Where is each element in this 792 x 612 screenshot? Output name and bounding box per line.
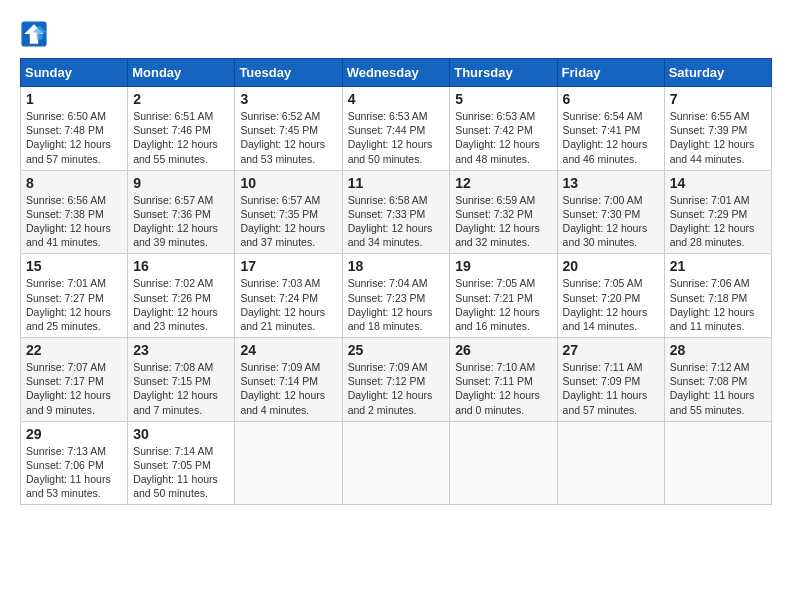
calendar-cell: 9Sunrise: 6:57 AM Sunset: 7:36 PM Daylig…: [128, 170, 235, 254]
day-info: Sunrise: 6:56 AM Sunset: 7:38 PM Dayligh…: [26, 193, 122, 250]
day-number: 8: [26, 175, 122, 191]
day-number: 26: [455, 342, 551, 358]
calendar-cell: [664, 421, 771, 505]
day-number: 21: [670, 258, 766, 274]
calendar-week-4: 22Sunrise: 7:07 AM Sunset: 7:17 PM Dayli…: [21, 338, 772, 422]
day-info: Sunrise: 6:57 AM Sunset: 7:36 PM Dayligh…: [133, 193, 229, 250]
day-number: 17: [240, 258, 336, 274]
calendar-week-2: 8Sunrise: 6:56 AM Sunset: 7:38 PM Daylig…: [21, 170, 772, 254]
day-info: Sunrise: 7:06 AM Sunset: 7:18 PM Dayligh…: [670, 276, 766, 333]
calendar-header-sunday: Sunday: [21, 59, 128, 87]
day-number: 10: [240, 175, 336, 191]
calendar-header-monday: Monday: [128, 59, 235, 87]
calendar-cell: 23Sunrise: 7:08 AM Sunset: 7:15 PM Dayli…: [128, 338, 235, 422]
day-info: Sunrise: 7:02 AM Sunset: 7:26 PM Dayligh…: [133, 276, 229, 333]
calendar-cell: 30Sunrise: 7:14 AM Sunset: 7:05 PM Dayli…: [128, 421, 235, 505]
day-info: Sunrise: 7:01 AM Sunset: 7:29 PM Dayligh…: [670, 193, 766, 250]
calendar-cell: 20Sunrise: 7:05 AM Sunset: 7:20 PM Dayli…: [557, 254, 664, 338]
day-number: 13: [563, 175, 659, 191]
day-number: 30: [133, 426, 229, 442]
day-info: Sunrise: 6:53 AM Sunset: 7:42 PM Dayligh…: [455, 109, 551, 166]
day-number: 9: [133, 175, 229, 191]
day-info: Sunrise: 7:07 AM Sunset: 7:17 PM Dayligh…: [26, 360, 122, 417]
day-number: 15: [26, 258, 122, 274]
day-info: Sunrise: 6:51 AM Sunset: 7:46 PM Dayligh…: [133, 109, 229, 166]
day-number: 28: [670, 342, 766, 358]
calendar-cell: 5Sunrise: 6:53 AM Sunset: 7:42 PM Daylig…: [450, 87, 557, 171]
day-info: Sunrise: 7:14 AM Sunset: 7:05 PM Dayligh…: [133, 444, 229, 501]
calendar-cell: 11Sunrise: 6:58 AM Sunset: 7:33 PM Dayli…: [342, 170, 450, 254]
calendar-cell: 3Sunrise: 6:52 AM Sunset: 7:45 PM Daylig…: [235, 87, 342, 171]
day-number: 25: [348, 342, 445, 358]
calendar-cell: 10Sunrise: 6:57 AM Sunset: 7:35 PM Dayli…: [235, 170, 342, 254]
day-number: 6: [563, 91, 659, 107]
day-info: Sunrise: 6:59 AM Sunset: 7:32 PM Dayligh…: [455, 193, 551, 250]
day-number: 29: [26, 426, 122, 442]
day-info: Sunrise: 7:05 AM Sunset: 7:21 PM Dayligh…: [455, 276, 551, 333]
day-info: Sunrise: 6:52 AM Sunset: 7:45 PM Dayligh…: [240, 109, 336, 166]
day-info: Sunrise: 7:00 AM Sunset: 7:30 PM Dayligh…: [563, 193, 659, 250]
calendar-table: SundayMondayTuesdayWednesdayThursdayFrid…: [20, 58, 772, 505]
calendar-cell: [342, 421, 450, 505]
day-info: Sunrise: 7:08 AM Sunset: 7:15 PM Dayligh…: [133, 360, 229, 417]
calendar-cell: 13Sunrise: 7:00 AM Sunset: 7:30 PM Dayli…: [557, 170, 664, 254]
day-info: Sunrise: 7:05 AM Sunset: 7:20 PM Dayligh…: [563, 276, 659, 333]
calendar-header-thursday: Thursday: [450, 59, 557, 87]
day-number: 1: [26, 91, 122, 107]
calendar-header-tuesday: Tuesday: [235, 59, 342, 87]
calendar-cell: 12Sunrise: 6:59 AM Sunset: 7:32 PM Dayli…: [450, 170, 557, 254]
calendar-cell: 4Sunrise: 6:53 AM Sunset: 7:44 PM Daylig…: [342, 87, 450, 171]
day-number: 4: [348, 91, 445, 107]
day-number: 2: [133, 91, 229, 107]
calendar-cell: 18Sunrise: 7:04 AM Sunset: 7:23 PM Dayli…: [342, 254, 450, 338]
day-info: Sunrise: 7:04 AM Sunset: 7:23 PM Dayligh…: [348, 276, 445, 333]
day-info: Sunrise: 7:03 AM Sunset: 7:24 PM Dayligh…: [240, 276, 336, 333]
calendar-header-wednesday: Wednesday: [342, 59, 450, 87]
calendar-week-5: 29Sunrise: 7:13 AM Sunset: 7:06 PM Dayli…: [21, 421, 772, 505]
day-info: Sunrise: 6:53 AM Sunset: 7:44 PM Dayligh…: [348, 109, 445, 166]
calendar-week-3: 15Sunrise: 7:01 AM Sunset: 7:27 PM Dayli…: [21, 254, 772, 338]
day-info: Sunrise: 7:01 AM Sunset: 7:27 PM Dayligh…: [26, 276, 122, 333]
day-number: 18: [348, 258, 445, 274]
day-number: 19: [455, 258, 551, 274]
calendar-cell: 2Sunrise: 6:51 AM Sunset: 7:46 PM Daylig…: [128, 87, 235, 171]
calendar-cell: 14Sunrise: 7:01 AM Sunset: 7:29 PM Dayli…: [664, 170, 771, 254]
calendar-cell: 24Sunrise: 7:09 AM Sunset: 7:14 PM Dayli…: [235, 338, 342, 422]
day-info: Sunrise: 6:57 AM Sunset: 7:35 PM Dayligh…: [240, 193, 336, 250]
calendar-cell: 22Sunrise: 7:07 AM Sunset: 7:17 PM Dayli…: [21, 338, 128, 422]
calendar-header-saturday: Saturday: [664, 59, 771, 87]
day-info: Sunrise: 6:55 AM Sunset: 7:39 PM Dayligh…: [670, 109, 766, 166]
calendar-cell: 17Sunrise: 7:03 AM Sunset: 7:24 PM Dayli…: [235, 254, 342, 338]
day-info: Sunrise: 7:13 AM Sunset: 7:06 PM Dayligh…: [26, 444, 122, 501]
day-number: 7: [670, 91, 766, 107]
day-info: Sunrise: 7:09 AM Sunset: 7:14 PM Dayligh…: [240, 360, 336, 417]
calendar-cell: 25Sunrise: 7:09 AM Sunset: 7:12 PM Dayli…: [342, 338, 450, 422]
calendar-cell: 16Sunrise: 7:02 AM Sunset: 7:26 PM Dayli…: [128, 254, 235, 338]
day-number: 27: [563, 342, 659, 358]
day-number: 23: [133, 342, 229, 358]
calendar-cell: 28Sunrise: 7:12 AM Sunset: 7:08 PM Dayli…: [664, 338, 771, 422]
calendar-header-row: SundayMondayTuesdayWednesdayThursdayFrid…: [21, 59, 772, 87]
day-number: 11: [348, 175, 445, 191]
calendar-cell: [450, 421, 557, 505]
calendar-header-friday: Friday: [557, 59, 664, 87]
day-number: 24: [240, 342, 336, 358]
calendar-cell: 6Sunrise: 6:54 AM Sunset: 7:41 PM Daylig…: [557, 87, 664, 171]
calendar-cell: [557, 421, 664, 505]
calendar-week-1: 1Sunrise: 6:50 AM Sunset: 7:48 PM Daylig…: [21, 87, 772, 171]
day-info: Sunrise: 6:54 AM Sunset: 7:41 PM Dayligh…: [563, 109, 659, 166]
calendar-cell: 26Sunrise: 7:10 AM Sunset: 7:11 PM Dayli…: [450, 338, 557, 422]
calendar-cell: 21Sunrise: 7:06 AM Sunset: 7:18 PM Dayli…: [664, 254, 771, 338]
logo: [20, 20, 50, 48]
day-info: Sunrise: 7:09 AM Sunset: 7:12 PM Dayligh…: [348, 360, 445, 417]
day-info: Sunrise: 7:12 AM Sunset: 7:08 PM Dayligh…: [670, 360, 766, 417]
calendar-cell: 15Sunrise: 7:01 AM Sunset: 7:27 PM Dayli…: [21, 254, 128, 338]
calendar-cell: [235, 421, 342, 505]
page-header: [20, 20, 772, 48]
logo-icon: [20, 20, 48, 48]
day-number: 12: [455, 175, 551, 191]
day-number: 20: [563, 258, 659, 274]
calendar-cell: 27Sunrise: 7:11 AM Sunset: 7:09 PM Dayli…: [557, 338, 664, 422]
calendar-cell: 29Sunrise: 7:13 AM Sunset: 7:06 PM Dayli…: [21, 421, 128, 505]
day-info: Sunrise: 7:11 AM Sunset: 7:09 PM Dayligh…: [563, 360, 659, 417]
